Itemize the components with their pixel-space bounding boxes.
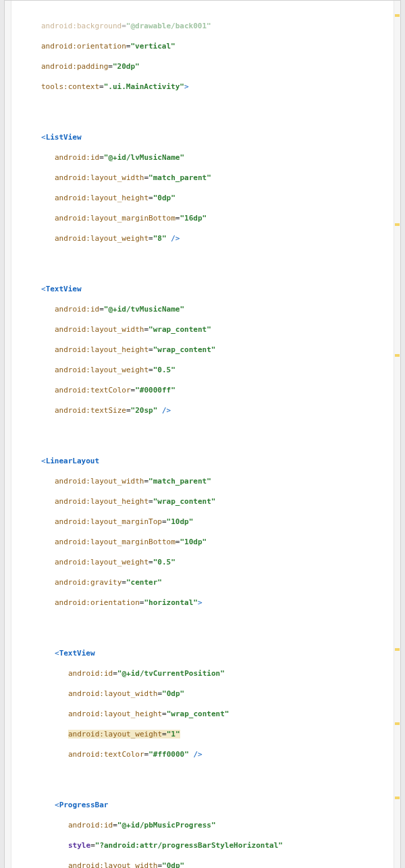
code-area[interactable]: android:background="@drawable/back001" a…	[5, 1, 400, 868]
code-editor[interactable]: android:background="@drawable/back001" a…	[4, 0, 401, 868]
attr-name: android:layout_weight	[55, 558, 148, 567]
attr-name: android:textColor	[68, 750, 144, 759]
attr-value: 10dp	[171, 517, 189, 526]
attr-value: 16dp	[184, 214, 202, 223]
attr-name: android:textSize	[55, 406, 126, 415]
attr-value: wrap_content	[157, 345, 211, 354]
xml-tag: TextView	[46, 285, 82, 293]
attr-value: 0dp	[167, 689, 180, 698]
attr-value: 1	[171, 730, 176, 739]
attr-value: 20sp	[135, 406, 153, 415]
attr-name: android:layout_weight	[68, 730, 162, 739]
attr-value: vertical	[135, 42, 171, 51]
attr-name: android:layout_height	[68, 710, 162, 718]
attr-value: 0.5	[157, 366, 171, 374]
marker-icon	[395, 797, 400, 799]
attr-value: horizontal	[148, 598, 193, 607]
marker-icon	[395, 223, 400, 226]
attr-name: style	[68, 841, 90, 850]
attr-value: match_parent	[153, 173, 207, 182]
attr-value: 10dp	[184, 538, 202, 546]
left-gutter	[5, 1, 11, 868]
xml-tag: LinearLayout	[46, 457, 99, 465]
attr-value: 8	[157, 234, 162, 243]
marker-icon	[395, 648, 400, 651]
attr-value: center	[131, 578, 158, 587]
attr-name: android:layout_width	[55, 173, 144, 182]
xml-tag: ListView	[46, 133, 82, 142]
attr-name: android:textColor	[55, 386, 131, 395]
marker-icon	[395, 722, 400, 725]
attr-name: android:layout_marginBottom	[55, 214, 176, 223]
attr-name: android:gravity	[55, 578, 122, 587]
attr-name: android:id	[55, 305, 99, 314]
attr-name: android:layout_width	[68, 689, 157, 698]
attr-name: android:layout_weight	[55, 366, 148, 374]
attr-value: 20dp	[117, 62, 136, 71]
attr-value: 0dp	[157, 194, 171, 202]
attr-value: wrap_content	[171, 710, 224, 718]
attr-value: 0dp	[167, 861, 180, 868]
attr-value: #0000ff	[140, 386, 171, 395]
right-gutter	[394, 1, 400, 868]
attr-name: android:id	[68, 821, 113, 830]
marker-icon	[395, 14, 400, 17]
attr-name: android:layout_height	[55, 345, 148, 354]
attr-value: wrap_content	[153, 325, 207, 334]
attr-name: android:background	[41, 22, 122, 30]
attr-name: android:id	[68, 669, 113, 678]
attr-value: @+id/tvMusicName	[108, 305, 180, 314]
attr-name: android:layout_height	[55, 497, 148, 506]
attr-name: android:layout_marginBottom	[55, 538, 176, 546]
attr-name: android:orientation	[41, 42, 126, 51]
attr-name: android:orientation	[55, 598, 140, 607]
marker-icon	[395, 354, 400, 357]
attr-value: ?android:attr/progressBarStyleHorizontal	[99, 841, 278, 850]
xml-tag: TextView	[59, 649, 95, 658]
attr-value: @+id/tvCurrentPosition	[122, 669, 220, 678]
attr-value: @+id/pbMusicProgress	[122, 821, 211, 830]
attr-value: #ff0000	[153, 750, 184, 759]
attr-value: 0.5	[157, 558, 171, 567]
attr-value: match_parent	[153, 477, 207, 486]
xml-tag: ProgressBar	[59, 801, 109, 809]
attr-name: android:layout_height	[55, 194, 148, 202]
attr-value: wrap_content	[157, 497, 211, 506]
attr-name: android:layout_width	[68, 861, 157, 868]
attr-name: tools:context	[41, 82, 99, 91]
attr-name: android:layout_weight	[55, 234, 148, 243]
attr-value: .ui.MainActivity	[108, 82, 180, 91]
attr-name: android:layout_marginTop	[55, 517, 162, 526]
attr-value: @+id/lvMusicName	[108, 153, 180, 162]
attr-name: android:id	[55, 153, 99, 162]
attr-value: @drawable/back001	[130, 22, 207, 30]
attr-name: android:padding	[41, 62, 108, 71]
attr-name: android:layout_width	[55, 477, 144, 486]
attr-name: android:layout_width	[55, 325, 144, 334]
